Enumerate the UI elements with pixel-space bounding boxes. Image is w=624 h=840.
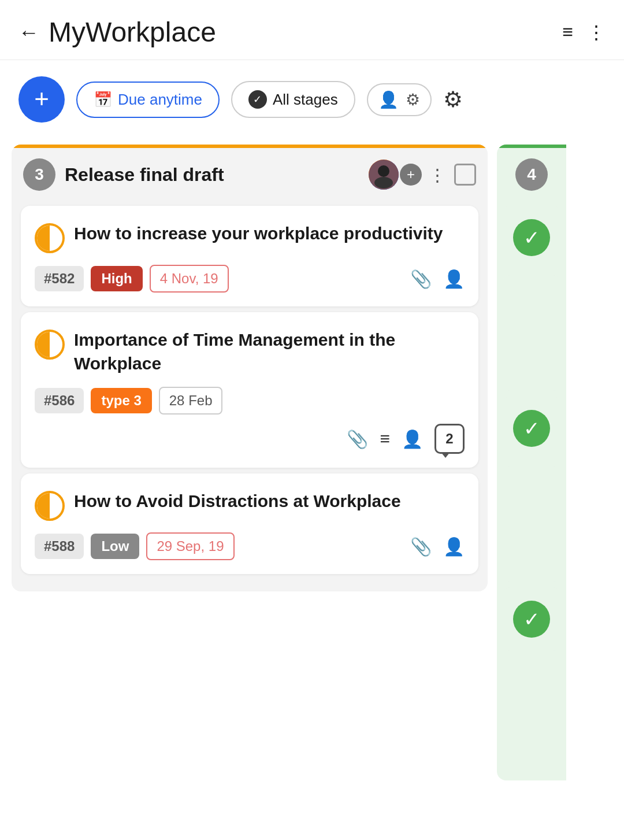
task-title-text: How to increase your workplace productiv… [74, 222, 443, 246]
task-card: How to Avoid Distractions at Workplace #… [21, 473, 478, 574]
right-col-top-bar [497, 145, 566, 148]
header: ← MyWorkplace ≡ ⋮ [0, 0, 624, 60]
avatar[interactable] [369, 160, 399, 190]
column-more-icon[interactable]: ⋮ [429, 165, 447, 185]
right-task-stub: ✓ [503, 587, 560, 651]
all-stages-label: All stages [273, 91, 338, 109]
list-view-icon[interactable]: ≡ [562, 21, 573, 43]
list-icon[interactable]: ≡ [380, 429, 390, 449]
person-filter-group[interactable]: 👤 ⚙ [367, 83, 432, 116]
column-header: 3 Release final draft [12, 145, 488, 200]
column-number-badge: 3 [23, 158, 55, 191]
task-card: How to increase your workplace productiv… [21, 206, 478, 306]
task-title-text: How to Avoid Distractions at Workplace [74, 490, 401, 513]
add-task-button[interactable]: + [18, 76, 65, 123]
task-priority-badge: type 3 [91, 388, 151, 413]
right-column-partial: 4 ✓ ✓ ✓ [497, 145, 566, 780]
column-release-final-draft: 3 Release final draft [12, 145, 497, 780]
back-button[interactable]: ← [18, 20, 39, 45]
right-col-header: 4 [497, 145, 566, 200]
add-assignee-button[interactable]: + [400, 164, 422, 186]
plus-icon: + [34, 86, 49, 112]
task-date-badge: 28 Feb [159, 387, 223, 415]
right-task-stub: ✓ [503, 397, 560, 460]
task-title-text: Importance of Time Management in the Wor… [74, 328, 465, 375]
attachment-icon[interactable]: 📎 [410, 269, 432, 289]
right-task-stub [503, 466, 560, 582]
main-content: 3 Release final draft [0, 139, 624, 780]
completed-check-icon: ✓ [513, 219, 550, 256]
right-task-stub: ✓ [503, 206, 560, 269]
more-options-icon[interactable]: ⋮ [587, 21, 606, 43]
right-task-stub [503, 275, 560, 391]
header-right: ≡ ⋮ [562, 21, 606, 43]
task-meta-row: #582 High 4 Nov, 19 📎 👤 [35, 265, 465, 293]
assignee-icon[interactable]: 👤 [443, 536, 465, 557]
avatar-image [369, 160, 399, 190]
task-title-row: How to increase your workplace productiv… [35, 222, 465, 253]
all-stages-filter[interactable]: ✓ All stages [231, 81, 355, 118]
task-status-icon[interactable] [35, 491, 65, 521]
task-status-icon[interactable] [35, 223, 65, 253]
task-bottom-icons: 📎 ≡ 👤 2 [35, 424, 465, 454]
assignee-icon[interactable]: 👤 [402, 429, 423, 449]
task-meta-row: #588 Low 29 Sep, 19 📎 👤 [35, 532, 465, 560]
svg-point-1 [378, 165, 389, 177]
task-action-icons: 📎 👤 [410, 269, 465, 289]
task-id-badge: #586 [35, 388, 84, 413]
task-title-row: How to Avoid Distractions at Workplace [35, 490, 465, 521]
task-card: Importance of Time Management in the Wor… [21, 312, 478, 468]
header-left: ← MyWorkplace [18, 16, 216, 48]
toolbar: + 📅 Due anytime ✓ All stages 👤 ⚙ ⚙ [0, 60, 624, 139]
task-date-badge: 29 Sep, 19 [146, 532, 234, 560]
column-wrapper: 3 Release final draft [12, 145, 488, 591]
sliders-icon: ⚙ [406, 90, 420, 109]
comment-count-badge[interactable]: 2 [434, 424, 465, 454]
page-title: MyWorkplace [49, 16, 216, 48]
completed-check-icon: ✓ [513, 410, 550, 447]
due-anytime-filter[interactable]: 📅 Due anytime [76, 82, 220, 118]
due-anytime-label: Due anytime [118, 91, 202, 109]
column-checkbox[interactable] [454, 164, 476, 186]
task-id-badge: #582 [35, 266, 84, 291]
calendar-icon: 📅 [94, 91, 112, 109]
column-title: Release final draft [65, 164, 359, 186]
task-action-icons: 📎 👤 [410, 536, 465, 557]
attachment-icon[interactable]: 📎 [347, 429, 368, 449]
check-icon: ✓ [248, 90, 267, 109]
completed-check-icon: ✓ [513, 601, 550, 638]
task-meta-row: #586 type 3 28 Feb [35, 387, 465, 415]
right-column-number-badge: 4 [515, 158, 548, 191]
right-col-wrapper: 4 ✓ ✓ ✓ [497, 145, 566, 780]
settings-icon[interactable]: ⚙ [443, 87, 463, 112]
task-status-icon[interactable] [35, 330, 65, 360]
task-date-badge: 4 Nov, 19 [150, 265, 229, 293]
assignee-icon[interactable]: 👤 [443, 269, 465, 289]
task-priority-badge: Low [91, 534, 139, 559]
task-title-row: Importance of Time Management in the Wor… [35, 328, 465, 375]
person-icon: 👤 [378, 90, 399, 109]
task-priority-badge: High [91, 266, 142, 291]
column-actions: + ⋮ [369, 160, 476, 190]
attachment-icon[interactable]: 📎 [410, 536, 432, 557]
svg-point-2 [374, 177, 393, 188]
task-id-badge: #588 [35, 534, 84, 559]
